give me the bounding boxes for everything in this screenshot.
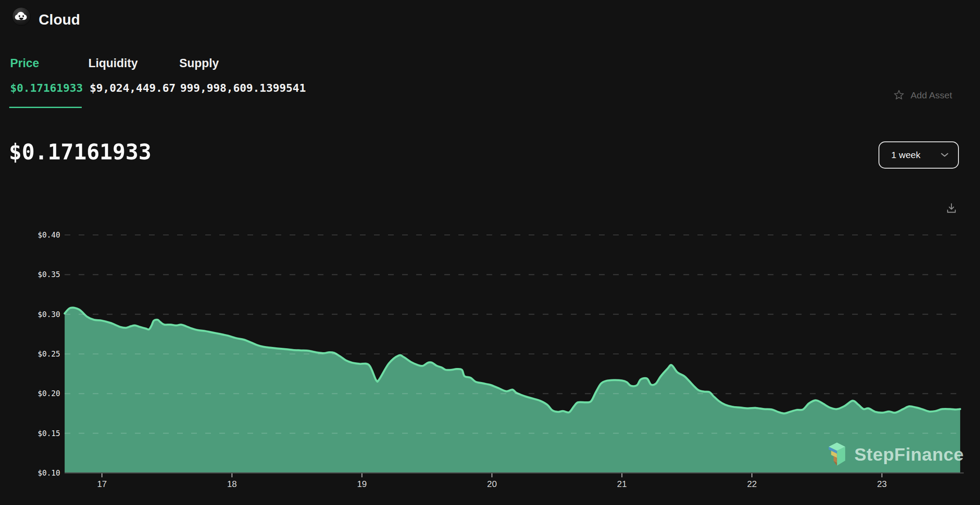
star-icon: [893, 89, 905, 101]
tab-price[interactable]: Price: [10, 56, 39, 70]
x-axis-label: 23: [877, 479, 887, 489]
x-axis-label: 22: [747, 479, 757, 489]
add-asset-label: Add Asset: [911, 90, 952, 101]
watermark-brand: StepFinance: [854, 444, 964, 465]
page-title: Cloud: [39, 11, 80, 28]
download-icon[interactable]: [945, 202, 958, 215]
time-range-value: 1 week: [891, 150, 921, 160]
y-axis-label: $0.35: [38, 270, 60, 279]
y-axis-label: $0.25: [38, 350, 60, 358]
stepfinance-logo: [826, 440, 847, 469]
y-axis-label: $0.40: [38, 231, 60, 239]
stepfinance-watermark: StepFinance: [826, 440, 964, 469]
cloud-token-logo: [12, 7, 31, 26]
time-range-select[interactable]: 1 week: [878, 141, 959, 169]
active-tab-underline: [9, 107, 82, 108]
supply-value: 999,998,609.1399541: [180, 82, 306, 95]
tab-supply[interactable]: Supply: [179, 56, 219, 70]
current-price: $0.17161933: [9, 140, 152, 166]
y-axis-label: $0.20: [38, 389, 60, 398]
price-value: $0.17161933: [10, 82, 83, 95]
y-axis-label: $0.15: [38, 429, 60, 438]
x-axis-label: 18: [227, 479, 237, 489]
axis-layer: 17181920212223: [65, 473, 964, 489]
x-axis-label: 17: [97, 479, 107, 489]
x-axis-label: 21: [617, 479, 627, 489]
x-axis-label: 20: [487, 479, 497, 489]
chevron-down-icon: [941, 153, 948, 157]
price-chart[interactable]: $0.40$0.35$0.30$0.25$0.20$0.15$0.10 1718…: [0, 0, 980, 505]
asset-dashboard: $0.40$0.35$0.30$0.25$0.20$0.15$0.10 1718…: [0, 0, 980, 505]
liquidity-value: $9,024,449.67: [90, 82, 176, 95]
y-axis-label: $0.10: [38, 469, 60, 477]
tab-liquidity[interactable]: Liquidity: [88, 56, 138, 70]
y-axis-label: $0.30: [38, 310, 60, 319]
add-asset-button[interactable]: Add Asset: [893, 89, 952, 101]
x-axis-label: 19: [357, 479, 367, 489]
